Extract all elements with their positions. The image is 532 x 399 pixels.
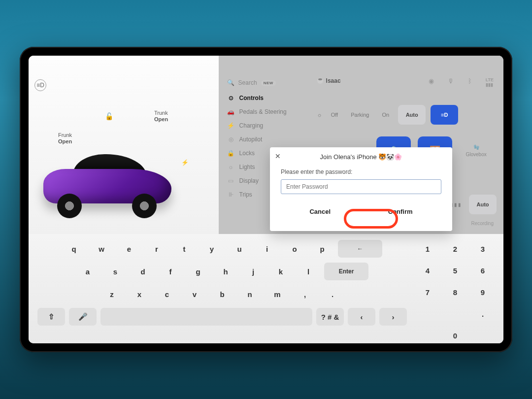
key-r[interactable]: r	[145, 240, 168, 258]
trunk-label: Trunk	[154, 110, 168, 116]
key-,[interactable]: ,	[293, 285, 317, 303]
key-.[interactable]: .	[321, 285, 344, 303]
bluetooth-icon[interactable]: ᛒ	[468, 77, 472, 87]
charge-port-icon[interactable]: ⚡	[181, 159, 189, 166]
search-row[interactable]: 🔍 Search NEW	[226, 76, 302, 89]
numkey-dot[interactable]: .	[471, 305, 495, 323]
lights-off[interactable]: Off	[327, 110, 342, 120]
mic-icon[interactable]: 🎙	[448, 77, 454, 87]
car-visualization-pane: ≡D 🔓 Frunk Open Trunk Open ⚡	[29, 56, 219, 234]
key-c[interactable]: c	[155, 285, 179, 303]
headlight-icon-button[interactable]: ≡D	[431, 105, 458, 125]
key-j[interactable]: j	[241, 263, 265, 280]
avatar-icon	[317, 78, 323, 84]
key-u[interactable]: u	[228, 240, 251, 258]
key-v[interactable]: v	[183, 285, 206, 303]
backspace-key[interactable]: ←	[338, 240, 382, 258]
frunk-label: Frunk	[58, 132, 72, 138]
top-icon-row: ◉ 🎙 ᛒ LTE▮▮▮	[429, 77, 494, 87]
new-badge: NEW	[261, 80, 276, 86]
numkey-1[interactable]: 1	[416, 240, 439, 258]
menu-item-controls[interactable]: ⊙Controls	[226, 91, 302, 105]
frunk-button[interactable]: Frunk Open	[58, 132, 72, 145]
numkey-3[interactable]: 3	[471, 240, 495, 258]
trunk-button[interactable]: Trunk Open	[154, 110, 168, 123]
sentry-icon[interactable]: ◉	[429, 77, 434, 87]
menu-item-pedals-steering[interactable]: 🚗Pedals & Steering	[226, 105, 302, 119]
symbols-key[interactable]: ? # &	[316, 308, 344, 326]
numkey-6[interactable]: 6	[471, 262, 495, 279]
menu-label: Autopilot	[239, 136, 263, 143]
lte-icon[interactable]: LTE▮▮▮	[486, 77, 494, 87]
menu-label: Controls	[239, 95, 264, 101]
trunk-state: Open	[154, 116, 168, 122]
key-w[interactable]: w	[90, 240, 113, 258]
key-i[interactable]: i	[255, 240, 279, 258]
headlight-toggle-icon[interactable]: ≡D	[34, 79, 46, 91]
password-input[interactable]	[281, 179, 441, 194]
tablet-bezel: 82 mi 14:59 93°F Isaac ≡D 🔓 Frunk Open T…	[20, 47, 512, 352]
menu-label: Lights	[239, 164, 255, 170]
wifi-password-modal: ✕ Join Olena's iPhone 🐯🐼🌸 Please enter t…	[270, 147, 452, 231]
close-icon[interactable]: ✕	[275, 152, 281, 160]
lights-parking[interactable]: Parking	[347, 110, 373, 120]
key-t[interactable]: t	[172, 240, 196, 258]
key-k[interactable]: k	[269, 263, 293, 280]
key-n[interactable]: n	[238, 285, 262, 303]
glovebox-label: Glovebox	[466, 152, 486, 157]
key-b[interactable]: b	[210, 285, 234, 303]
headlights-row: ☼ Off Parking On Auto ≡D	[317, 105, 497, 125]
arrow-left-key[interactable]: ‹	[348, 308, 375, 326]
numkey-2[interactable]: 2	[443, 240, 467, 258]
key-y[interactable]: y	[200, 240, 224, 258]
menu-icon: 🔒	[228, 150, 234, 157]
key-x[interactable]: x	[128, 285, 151, 303]
search-icon: 🔍	[228, 79, 234, 86]
screen: 82 mi 14:59 93°F Isaac ≡D 🔓 Frunk Open T…	[29, 56, 503, 343]
driver-name: Isaac	[326, 77, 341, 84]
dashcam-recording-label[interactable]: Recording	[471, 221, 494, 226]
shift-key[interactable]: ⇧	[37, 308, 65, 326]
numkey-0[interactable]: 0	[443, 327, 467, 343]
numkey-8[interactable]: 8	[443, 283, 467, 301]
numkey-7[interactable]: 7	[416, 283, 439, 301]
key-d[interactable]: d	[131, 263, 155, 280]
car-render	[43, 149, 181, 218]
unlock-icon[interactable]: 🔓	[105, 112, 113, 120]
key-p[interactable]: p	[310, 240, 334, 258]
space-key[interactable]	[100, 308, 312, 326]
key-a[interactable]: a	[76, 263, 100, 280]
menu-item-autopilot[interactable]: ◎Autopilot	[226, 133, 302, 146]
key-e[interactable]: e	[117, 240, 141, 258]
cancel-button[interactable]: Cancel	[298, 204, 342, 219]
key-h[interactable]: h	[214, 263, 237, 280]
glovebox-button[interactable]: 🧤 Glovebox	[459, 136, 494, 165]
menu-icon: ▭	[228, 177, 234, 184]
menu-icon: ⊪	[228, 191, 234, 198]
wiper-auto-button[interactable]: Auto	[469, 195, 497, 214]
glovebox-icon: 🧤	[473, 144, 479, 150]
lights-auto-button[interactable]: Auto	[398, 105, 426, 125]
lights-on[interactable]: On	[378, 110, 393, 120]
key-m[interactable]: m	[266, 285, 289, 303]
confirm-button[interactable]: Confirm	[376, 204, 425, 219]
enter-key[interactable]: Enter	[324, 263, 368, 280]
arrow-right-key[interactable]: ›	[379, 308, 407, 326]
numkey-5[interactable]: 5	[443, 262, 467, 279]
menu-item-charging[interactable]: ⚡Charging	[226, 119, 302, 133]
key-l[interactable]: l	[297, 263, 320, 280]
key-g[interactable]: g	[186, 263, 210, 280]
numkey-4[interactable]: 4	[416, 262, 439, 279]
key-q[interactable]: q	[62, 240, 86, 258]
mic-key[interactable]: 🎤	[69, 308, 97, 326]
key-z[interactable]: z	[100, 285, 124, 303]
menu-icon: ◎	[228, 136, 234, 143]
menu-label: Trips	[239, 191, 252, 198]
key-f[interactable]: f	[159, 263, 182, 280]
menu-label: Display	[239, 177, 259, 184]
modal-title: Join Olena's iPhone 🐯🐼🌸	[281, 153, 441, 161]
menu-icon: ⚡	[228, 122, 234, 129]
key-o[interactable]: o	[283, 240, 306, 258]
numkey-9[interactable]: 9	[471, 283, 495, 301]
key-s[interactable]: s	[103, 263, 127, 280]
